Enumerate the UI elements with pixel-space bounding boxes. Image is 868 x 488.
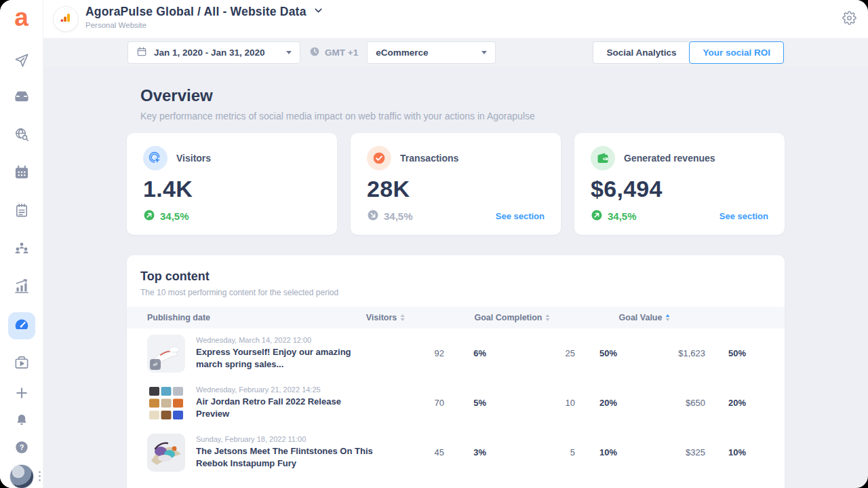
column-goal-value[interactable]: Goal Value	[619, 307, 670, 329]
sidebar-item-publishing[interactable]	[14, 53, 29, 71]
sidebar-item-calendar[interactable]	[14, 165, 29, 183]
goal-value-value: $325	[617, 447, 705, 457]
see-section-link[interactable]: See section	[719, 211, 768, 221]
sidebar: a	[0, 0, 43, 488]
date-range-value: Jan 1, 2020 - Jan 31, 2020	[154, 48, 279, 58]
sidebar-item-listening[interactable]	[14, 127, 29, 145]
kpi-card-visitors: Visitors 1.4K 34,5%	[127, 133, 337, 235]
sidebar-item-community[interactable]	[14, 240, 30, 259]
goal-completion-value: 5	[486, 447, 575, 457]
table-row[interactable]: Wednesday, March 14, 2022 12:00 Express …	[127, 329, 785, 378]
kpi-label: Transactions	[400, 153, 458, 164]
inbox-icon	[14, 89, 29, 107]
table-row[interactable]: Wednesday, February 21, 2022 14:25 Air J…	[127, 378, 785, 428]
goal-completion-pct: 10%	[575, 447, 617, 457]
user-avatar[interactable]	[9, 464, 34, 488]
tab-social-analytics[interactable]: Social Analytics	[593, 41, 689, 64]
profile-subtitle: Personal Website	[85, 21, 324, 29]
trend-up-icon	[591, 209, 603, 223]
post-thumbnail	[147, 384, 185, 422]
sidebar-item-inbox[interactable]	[14, 89, 29, 107]
top-header: AgoraPulse Global / All - Website Data P…	[43, 0, 868, 38]
goal-value-value: $1,623	[617, 348, 705, 358]
goal-completion-pct: 50%	[575, 348, 617, 358]
visitors-pct: 6%	[444, 348, 486, 358]
trend-up-icon	[143, 209, 155, 223]
sidebar-item-roi-dashboard[interactable]	[8, 312, 35, 339]
table-row[interactable]: Sunday, February 18, 2022 11:00 The Jets…	[127, 428, 785, 477]
top-content-subtitle: The 10 most performing content for the s…	[140, 288, 785, 297]
goal-completion-value: 10	[486, 398, 575, 408]
app-window: a	[0, 0, 868, 488]
check-circle-icon	[367, 146, 391, 170]
post-title: Air Jordan Retro Fall 2022 Release Previ…	[196, 396, 374, 419]
sidebar-item-media-library[interactable]	[14, 355, 29, 373]
sidebar-item-statistics[interactable]	[14, 278, 30, 297]
kpi-value: $6,494	[591, 176, 768, 202]
column-visitors[interactable]: Visitors	[366, 307, 405, 329]
sidebar-item-help[interactable]: ?	[14, 440, 29, 457]
visitors-value: 45	[397, 447, 444, 457]
kebab-menu-icon[interactable]	[39, 471, 41, 481]
people-icon	[14, 240, 30, 259]
top-content-title: Top content	[140, 269, 785, 284]
kpi-label: Visitors	[176, 153, 211, 164]
profile-switcher[interactable]: AgoraPulse Global / All - Website Data	[85, 5, 324, 19]
view-switcher: Social Analytics Your social ROI	[593, 41, 784, 64]
sort-icon	[400, 314, 404, 321]
kpi-label: Generated revenues	[624, 153, 715, 164]
sort-icon-active	[665, 314, 669, 321]
post-title: The Jetsons Meet The Flintstones On This…	[196, 445, 374, 469]
main-content: Overview Key performance metrics of soci…	[43, 67, 868, 488]
question-circle-icon: ?	[14, 440, 29, 457]
post-date: Wednesday, February 21, 2022 14:25	[196, 386, 374, 394]
column-goal-completion[interactable]: Goal Completion	[475, 307, 550, 329]
sort-icon	[546, 314, 550, 321]
goal-value-pct: 10%	[705, 447, 746, 457]
kpi-cards: Visitors 1.4K 34,5%	[127, 133, 785, 235]
column-label: Visitors	[366, 313, 397, 322]
goal-completion-value: 25	[486, 348, 575, 358]
post-title: Express Yourself! Enjoy our amazing marc…	[196, 346, 374, 370]
timezone-indicator: GMT +1	[309, 46, 358, 59]
column-publishing-date: Publishing date	[147, 307, 210, 329]
goal-value-value: $650	[617, 398, 705, 408]
avatar-image	[9, 464, 34, 488]
overview-subtitle: Key performance metrics of social media …	[140, 111, 785, 121]
calendar-icon	[14, 165, 29, 183]
analytics-bars-icon	[59, 11, 73, 27]
post-date: Wednesday, March 14, 2022 12:00	[196, 336, 374, 344]
visitors-value: 92	[397, 348, 444, 358]
goal-value-pct: 20%	[705, 398, 746, 408]
gear-icon[interactable]	[842, 11, 856, 28]
calendar-small-icon	[136, 46, 147, 60]
page-title: AgoraPulse Global / All - Website Data	[85, 5, 307, 19]
kpi-delta-value: 34,5%	[160, 210, 189, 222]
clock-icon	[309, 46, 320, 59]
goal-completion-pct: 20%	[575, 398, 617, 408]
sidebar-item-reports[interactable]	[14, 203, 29, 221]
video-library-icon	[14, 355, 29, 373]
goal-value-pct: 50%	[705, 348, 746, 358]
cursor-click-icon	[143, 146, 167, 170]
table-header: Publishing date Visitors Goal Completion…	[127, 307, 785, 329]
bell-icon	[14, 413, 29, 430]
visitors-value: 70	[397, 398, 444, 408]
kpi-delta: 34,5%	[591, 209, 637, 223]
tab-your-social-roi[interactable]: Your social ROI	[689, 41, 784, 64]
kpi-delta: 34,5%	[143, 209, 189, 223]
see-section-link[interactable]: See section	[496, 211, 545, 221]
caret-down-icon	[286, 51, 292, 54]
kpi-value: 28K	[367, 176, 545, 202]
kpi-card-transactions: Transactions 28K 34,5% See section	[351, 133, 561, 235]
sidebar-item-add[interactable]	[14, 386, 29, 404]
wallet-icon	[591, 146, 615, 170]
post-thumbnail	[147, 335, 185, 373]
goal-filter-select[interactable]: eCommerce	[367, 41, 496, 64]
sidebar-item-notifications[interactable]	[14, 413, 29, 430]
date-range-picker[interactable]: Jan 1, 2020 - Jan 31, 2020	[127, 41, 300, 64]
link-icon	[150, 359, 161, 370]
visitors-pct: 3%	[444, 447, 486, 457]
column-label: Goal Value	[619, 313, 663, 322]
plus-icon	[14, 386, 29, 404]
